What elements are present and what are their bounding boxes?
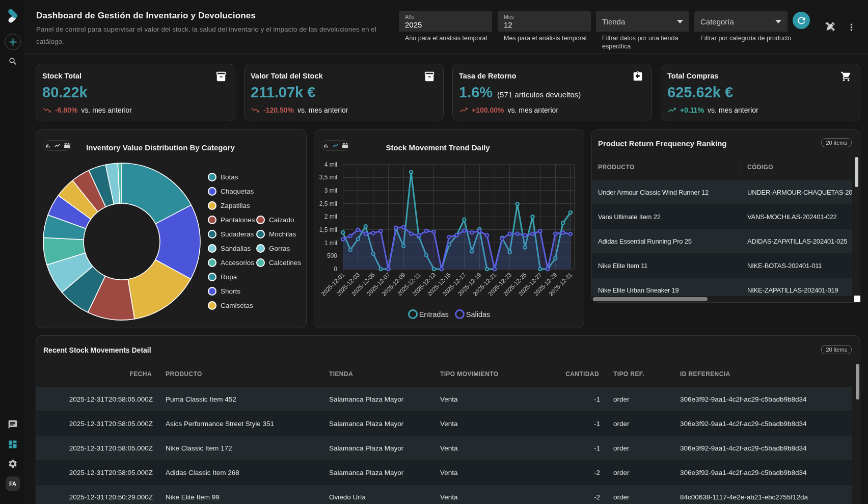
- legend-item-Calcetines[interactable]: Calcetines: [256, 257, 301, 268]
- page-subtitle: Panel de control para supervisar el valo…: [36, 23, 393, 48]
- legend-swatch: [208, 287, 216, 296]
- legend-item-Botas[interactable]: Botas: [208, 172, 238, 182]
- kpi-trend: -6.80%vs. mes anterior: [42, 105, 227, 115]
- legend-label: Salidas: [466, 310, 491, 319]
- cell-producto: Vans Ultimate Item 22: [598, 205, 661, 229]
- kpi-value-row: 1.6%(571 artículos devueltos): [459, 84, 643, 101]
- kpi-icon: [424, 71, 435, 84]
- cell-0: 2025-12-31T20:58:05.000Z: [69, 436, 153, 460]
- cell-producto: Nike Elite Urban Sneaker 19: [598, 278, 679, 296]
- cell-1: Adidas Classic Item 268: [166, 461, 239, 485]
- line-legend-item-Salidas[interactable]: Salidas: [455, 309, 491, 319]
- ranking-table[interactable]: Under Armour Classic Wind Runner 12UNDER…: [592, 180, 852, 296]
- kpi-icon: [840, 71, 852, 84]
- panel-return-ranking: Product Return Frequency Ranking 20 item…: [591, 129, 860, 303]
- kpi-card-1: Valor Total del Stock211.07k €-120.50%vs…: [244, 64, 444, 121]
- legend-ring: [455, 309, 465, 319]
- legend-item-Ropa[interactable]: Ropa: [208, 272, 237, 282]
- ranking-vscrollbar-thumb[interactable]: [855, 157, 858, 187]
- kpi-title: Total Compras: [667, 72, 852, 80]
- search-button[interactable]: [0, 55, 25, 67]
- legend-item-Mochilas[interactable]: Mochilas: [256, 229, 296, 239]
- ranking-count-badge: 20 items: [821, 138, 852, 147]
- ranking-hscrollbar-thumb[interactable]: [593, 297, 708, 301]
- logo-chevron-icon: [5, 7, 20, 24]
- cell-5: order: [613, 387, 630, 411]
- movements-table[interactable]: 2025-12-31T20:58:05.000ZPuma Classic Ite…: [36, 387, 852, 504]
- ranking-row-0[interactable]: Under Armour Classic Wind Runner 12UNDER…: [592, 180, 852, 204]
- legend-item-Sudaderas[interactable]: Sudaderas: [208, 229, 254, 239]
- movements-row-3[interactable]: 2025-12-31T20:58:05.000ZAdidas Classic I…: [36, 461, 852, 485]
- legend-item-Shorts[interactable]: Shorts: [208, 286, 240, 296]
- ranking-row-1[interactable]: Vans Ultimate Item 22VANS-MOCHILAS-20240…: [592, 205, 852, 229]
- dashboard-grid-icon: [8, 439, 18, 449]
- store-filter-label: Tienda: [602, 17, 625, 26]
- kpi-trend-label: vs. mes anterior: [507, 106, 558, 114]
- category-filter-label: Categoría: [700, 17, 734, 26]
- kpi-value: 80.22k: [42, 84, 88, 101]
- chat-button[interactable]: [0, 419, 25, 430]
- movements-row-4[interactable]: 2025-12-31T20:50:29.000ZNike Elite Item …: [36, 485, 852, 504]
- panel-inventory-distribution: Inventory Value Distribution By Category…: [36, 129, 307, 328]
- store-filter-select[interactable]: Tienda: [596, 11, 689, 32]
- movements-row-0[interactable]: 2025-12-31T20:58:05.000ZPuma Classic Ite…: [36, 387, 852, 411]
- cell-1: Nike Elite Item 99: [166, 485, 220, 504]
- more-menu-button[interactable]: [845, 21, 857, 33]
- kpi-value: 211.07k €: [251, 84, 315, 101]
- legend-swatch: [208, 216, 216, 224]
- user-avatar[interactable]: FA: [0, 476, 25, 491]
- kebab-menu-icon: [846, 22, 857, 33]
- movements-col-3: TIPO MOVIMIENTO: [440, 370, 498, 378]
- movements-row-2[interactable]: 2025-12-31T20:58:05.000ZNike Classic Ite…: [36, 436, 852, 460]
- legend-swatch: [208, 201, 216, 210]
- category-filter-select[interactable]: Categoría: [694, 11, 788, 32]
- y-tick-label: 1 mil: [324, 240, 337, 247]
- edit-dashboard-button[interactable]: [824, 20, 836, 33]
- line-chart[interactable]: 05001 mil1,5 mil2 mil2,5 mil3 mil3,5 mil…: [314, 150, 585, 308]
- chevron-down-icon: [775, 20, 781, 23]
- refresh-button[interactable]: [793, 12, 810, 29]
- legend-item-Chaquetas[interactable]: Chaquetas: [208, 186, 254, 196]
- movements-row-1[interactable]: 2025-12-31T20:58:05.000ZAsics Performanc…: [36, 412, 852, 436]
- cart-icon: [840, 71, 852, 82]
- legend-item-Sandalias[interactable]: Sandalias: [208, 243, 251, 253]
- legend-label: Mochilas: [269, 230, 296, 238]
- y-tick-label: 3 mil: [324, 187, 337, 194]
- trending-up-icon: [667, 105, 676, 115]
- ranking-row-2[interactable]: Adidas Essential Running Pro 25ADIDAS-ZA…: [592, 229, 852, 253]
- legend-item-Camisetas[interactable]: Camisetas: [208, 300, 253, 310]
- movements-col-1: PRODUCTO: [166, 370, 202, 378]
- search-icon: [8, 57, 18, 66]
- cell-4: -1: [594, 436, 600, 460]
- y-tick-label: 500: [327, 252, 337, 259]
- ranking-col-codigo: CÓDIGO: [747, 164, 773, 171]
- line-legend-item-Entradas[interactable]: Entradas: [408, 309, 449, 319]
- cell-codigo: VANS-MOCHILAS-202401-022: [747, 205, 837, 229]
- legend-item-Gorras[interactable]: Gorras: [256, 243, 290, 253]
- ranking-row-3[interactable]: Nike Elite Item 11NIKE-BOTAS-202401-011: [592, 254, 852, 278]
- app-logo[interactable]: [0, 7, 25, 23]
- month-filter-helper: Mes para el análisis temporal: [504, 34, 595, 42]
- movements-vscrollbar-thumb[interactable]: [856, 364, 859, 400]
- settings-button[interactable]: [0, 458, 25, 469]
- legend-label: Camisetas: [221, 302, 253, 309]
- dashboards-button[interactable]: [0, 439, 25, 450]
- plus-button-circle[interactable]: [5, 34, 21, 50]
- cell-3: Venta: [440, 387, 458, 411]
- year-filter-input[interactable]: Año 2025: [399, 11, 492, 32]
- movements-col-6: ID REFERENCIA: [680, 370, 730, 378]
- legend-item-Calzado[interactable]: Calzado: [256, 215, 294, 225]
- legend-label: Sudaderas: [221, 230, 254, 238]
- cell-0: 2025-12-31T20:58:05.000Z: [69, 461, 153, 485]
- legend-item-Pantalones[interactable]: Pantalones: [208, 215, 255, 225]
- assignment-return-icon: [632, 71, 643, 82]
- month-filter-input[interactable]: Mes 12: [498, 11, 591, 32]
- cell-codigo: ADIDAS-ZAPATILLAS-202401-025: [747, 229, 847, 253]
- legend-item-Accesorios[interactable]: Accesorios: [208, 257, 254, 268]
- legend-item-Zapatillas[interactable]: Zapatillas: [208, 200, 250, 210]
- panel-recent-movements: Recent Stock Movements Detail 20 items F…: [36, 335, 860, 504]
- new-item-button[interactable]: [0, 34, 25, 50]
- cell-2: Salamanca Plaza Mayor: [329, 412, 403, 436]
- ranking-row-4[interactable]: Nike Elite Urban Sneaker 19NIKE-ZAPATILL…: [592, 278, 852, 296]
- legend-label: Accesorios: [221, 259, 254, 267]
